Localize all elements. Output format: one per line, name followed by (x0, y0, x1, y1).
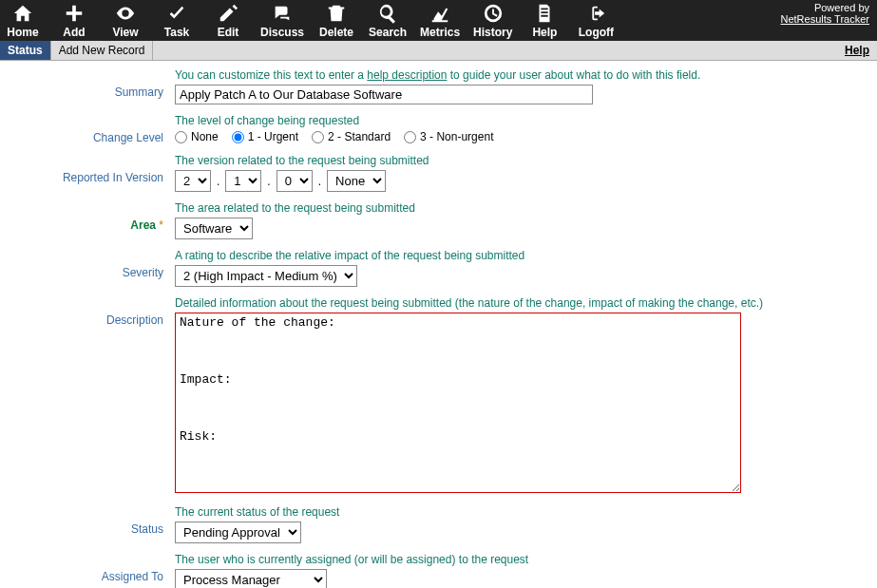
area-label: Area * (6, 201, 175, 232)
toolbar-label: Home (7, 26, 38, 39)
reported-version-help: The version related to the request being… (175, 154, 871, 167)
toolbar-label: Add (63, 26, 85, 39)
history-button[interactable]: History (473, 2, 512, 39)
version-group: 2 . 1 . 0 . None (175, 170, 871, 192)
change-level-help: The level of change being requested (175, 114, 871, 127)
help-description-link[interactable]: help description (367, 68, 447, 82)
status-select[interactable]: Pending Approval (175, 522, 301, 543)
trash-icon (325, 2, 348, 25)
discuss-button[interactable]: Discuss (260, 2, 304, 39)
assigned-to-help: The user who is currently assigned (or w… (175, 553, 871, 566)
change-level-urgent[interactable]: 1 - Urgent (232, 130, 298, 143)
toolbar-label: Edit (218, 26, 239, 39)
chart-icon (429, 2, 451, 25)
brand-area: Powered by NetResults Tracker (780, 2, 869, 25)
tab-add-new-record[interactable]: Add New Record (51, 41, 154, 60)
severity-help: A rating to describe the relative impact… (175, 249, 871, 262)
toolbar-label: Task (164, 26, 189, 39)
search-button[interactable]: Search (369, 2, 407, 39)
plus-icon (63, 2, 86, 25)
logoff-button[interactable]: Logoff (577, 2, 615, 39)
status-label: Status (6, 505, 175, 536)
main-toolbar: Home Add View Task Edit Discuss Delete (0, 0, 877, 41)
description-label: Description (6, 296, 175, 327)
version-extra-select[interactable]: None (327, 170, 386, 192)
sub-toolbar: Status Add New Record Help (0, 41, 877, 61)
version-separator: . (265, 175, 272, 188)
version-separator: . (215, 175, 221, 188)
change-level-radios: None 1 - Urgent 2 - Standard 3 - Non-urg… (175, 130, 871, 143)
add-button[interactable]: Add (55, 2, 93, 39)
area-help: The area related to the request being su… (175, 201, 871, 215)
severity-label: Severity (6, 249, 175, 279)
toolbar-label: Discuss (260, 26, 304, 39)
metrics-button[interactable]: Metrics (420, 2, 460, 39)
toolbar-label: Help (532, 26, 557, 39)
check-icon (165, 2, 188, 25)
eye-icon (114, 2, 137, 25)
toolbar-label: Search (369, 26, 407, 39)
toolbar-items: Home Add View Task Edit Discuss Delete (4, 2, 615, 39)
brand-link[interactable]: NetResults Tracker (780, 13, 869, 25)
summary-help: You can customize this text to enter a h… (175, 68, 871, 82)
summary-label: Summary (6, 68, 175, 99)
summary-input[interactable] (175, 85, 593, 104)
edit-button[interactable]: Edit (209, 2, 247, 39)
clock-icon (482, 2, 505, 25)
home-button[interactable]: Home (4, 2, 42, 39)
change-level-none[interactable]: None (175, 130, 219, 143)
help-button[interactable]: Help (525, 2, 563, 39)
version-minor-select[interactable]: 1 (225, 170, 261, 192)
toolbar-label: Logoff (579, 26, 614, 39)
view-button[interactable]: View (106, 2, 144, 39)
description-textarea[interactable] (175, 313, 741, 493)
pencil-icon (217, 2, 239, 25)
search-icon (376, 2, 399, 25)
change-level-label: Change Level (6, 114, 175, 144)
subbar-help-link[interactable]: Help (837, 41, 877, 60)
version-major-select[interactable]: 2 (175, 170, 211, 192)
task-button[interactable]: Task (158, 2, 196, 39)
document-icon (533, 2, 556, 25)
home-icon (11, 2, 34, 25)
powered-by-text: Powered by (780, 2, 869, 13)
change-level-standard[interactable]: 2 - Standard (312, 130, 391, 143)
description-help: Detailed information about the request b… (175, 296, 871, 310)
toolbar-label: View (112, 26, 138, 39)
logout-icon (584, 2, 607, 25)
version-separator: . (316, 175, 323, 188)
assigned-to-select[interactable]: Process Manager (175, 569, 327, 588)
change-level-nonurgent[interactable]: 3 - Non-urgent (404, 130, 493, 143)
delete-button[interactable]: Delete (317, 2, 355, 39)
area-select[interactable]: Software (175, 218, 253, 239)
assigned-to-label: Assigned To (6, 553, 175, 583)
tab-status[interactable]: Status (0, 41, 51, 60)
chat-icon (271, 2, 294, 25)
reported-version-label: Reported In Version (6, 154, 175, 184)
toolbar-label: History (473, 26, 512, 39)
severity-select[interactable]: 2 (High Impact - Medium %) (175, 265, 357, 287)
status-help: The current status of the request (175, 505, 871, 519)
form-area: Summary You can customize this text to e… (0, 61, 877, 588)
toolbar-label: Delete (319, 26, 353, 39)
version-patch-select[interactable]: 0 (276, 170, 313, 192)
toolbar-label: Metrics (420, 26, 460, 39)
required-star: * (159, 218, 163, 232)
